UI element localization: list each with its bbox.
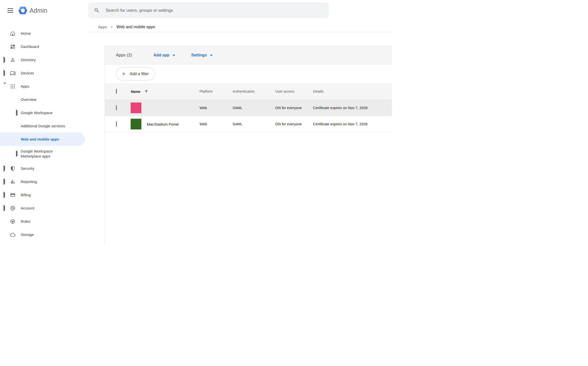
credit-card-icon	[10, 192, 15, 198]
cloud-icon	[10, 232, 15, 237]
expand-down-icon[interactable]	[3, 84, 6, 89]
at-sign-icon	[10, 205, 15, 211]
filter-row: Add a filter	[105, 64, 392, 83]
apps-content-panel: Apps (2) Add app Settings Add a filter N…	[105, 46, 392, 244]
sidebar-item-reporting[interactable]: Reporting	[0, 175, 85, 188]
app-color-tile	[131, 119, 141, 130]
column-header-details[interactable]: Details	[313, 89, 324, 93]
cell-user-access: ON for everyone	[275, 122, 302, 126]
settings-button[interactable]: Settings	[191, 53, 213, 57]
steering-wheel-icon	[10, 219, 15, 224]
breadcrumb: Apps Web and mobile apps	[98, 23, 155, 30]
table-row[interactable]: Web SAML ON for everyone Certificate exp…	[105, 100, 392, 116]
sort-ascending-icon[interactable]	[144, 89, 148, 94]
sidebar-item-billing[interactable]: Billing	[0, 188, 85, 201]
search-bar[interactable]	[88, 2, 329, 18]
cell-details: Certificate expires on Nov 7, 2028	[313, 106, 367, 110]
sidebar-item-home[interactable]: Home	[0, 27, 85, 40]
product-name: Admin	[29, 7, 47, 14]
home-icon	[10, 31, 15, 36]
plus-icon	[121, 71, 126, 76]
column-header-authentication[interactable]: Authentication	[233, 89, 255, 93]
sidebar-item-dashboard[interactable]: Dashboard	[0, 40, 85, 53]
sidebar-item-overview[interactable]: Overview	[0, 93, 85, 106]
sidebar-item-additional-google-services[interactable]: Additional Google services	[0, 119, 85, 133]
chevron-right-icon	[109, 25, 114, 29]
person-icon	[10, 57, 15, 63]
sidebar-item-apps[interactable]: Apps	[0, 80, 85, 93]
cell-platform: Web	[200, 106, 207, 110]
sidebar-item-rules[interactable]: Rules	[0, 215, 85, 228]
dropdown-caret-icon	[210, 55, 213, 56]
expand-right-icon[interactable]	[3, 71, 5, 75]
apps-toolbar: Apps (2) Add app Settings	[105, 46, 392, 64]
expand-right-icon[interactable]	[16, 111, 17, 115]
table-header: Name Platform Authentication User access…	[105, 83, 392, 100]
bar-chart-icon	[10, 179, 15, 184]
cell-details: Certificate expires on Nov 7, 2028	[313, 122, 367, 126]
search-input[interactable]	[106, 8, 323, 13]
cell-user-access: ON for everyone	[275, 106, 302, 110]
sidebar-item-devices[interactable]: Devices	[0, 66, 85, 80]
row-checkbox[interactable]	[116, 121, 117, 127]
app-color-tile	[131, 103, 141, 113]
admin-logo-icon	[18, 6, 27, 16]
expand-right-icon[interactable]	[3, 193, 5, 197]
sidebar-item-google-workspace[interactable]: Google Workspace	[0, 106, 85, 119]
add-app-button[interactable]: Add app	[153, 53, 175, 57]
column-header-user-access[interactable]: User access	[275, 89, 294, 93]
column-header-platform[interactable]: Platform	[200, 89, 213, 93]
cell-name: MacStadium Portal	[147, 122, 179, 126]
apps-count-label: Apps (2)	[116, 53, 132, 58]
cell-authentication: SAML	[233, 122, 243, 126]
sidebar-item-storage[interactable]: Storage	[0, 228, 85, 241]
sidebar-item-google-workspace-marketplace-apps[interactable]: Google Workspace Marketplace apps	[0, 146, 85, 162]
cell-platform: Web	[200, 122, 207, 126]
apps-grid-icon	[10, 84, 15, 89]
cell-authentication: SAML	[233, 106, 243, 110]
dashboard-icon	[10, 44, 15, 49]
sidebar-item-account[interactable]: Account	[0, 201, 85, 215]
select-all-checkbox[interactable]	[116, 89, 117, 94]
shield-icon	[10, 166, 15, 171]
devices-icon	[10, 70, 15, 76]
sidebar-item-directory[interactable]: Directory	[0, 53, 85, 66]
sidebar-item-security[interactable]: Security	[0, 162, 85, 175]
table-row[interactable]: MacStadium Portal Web SAML ON for everyo…	[105, 116, 392, 132]
column-header-name[interactable]: Name	[131, 89, 140, 93]
expand-right-icon[interactable]	[16, 152, 17, 156]
expand-right-icon[interactable]	[3, 166, 5, 171]
hamburger-menu-icon[interactable]	[7, 8, 13, 13]
expand-right-icon[interactable]	[3, 180, 5, 184]
expand-right-icon[interactable]	[3, 58, 5, 62]
breadcrumb-divider	[88, 32, 392, 32]
breadcrumb-current: Web and mobile apps	[116, 25, 155, 29]
sidebar-item-web-and-mobile-apps[interactable]: Web and mobile apps	[0, 133, 85, 146]
row-checkbox[interactable]	[116, 105, 117, 110]
expand-right-icon[interactable]	[3, 206, 5, 210]
google-admin-console: Admin Apps Web and mobile apps Home Dash…	[0, 0, 392, 244]
search-icon	[94, 7, 100, 13]
sidebar-nav: Home Dashboard Directory Devices	[0, 27, 104, 241]
add-filter-button[interactable]: Add a filter	[116, 67, 155, 80]
dropdown-caret-icon	[173, 55, 175, 56]
